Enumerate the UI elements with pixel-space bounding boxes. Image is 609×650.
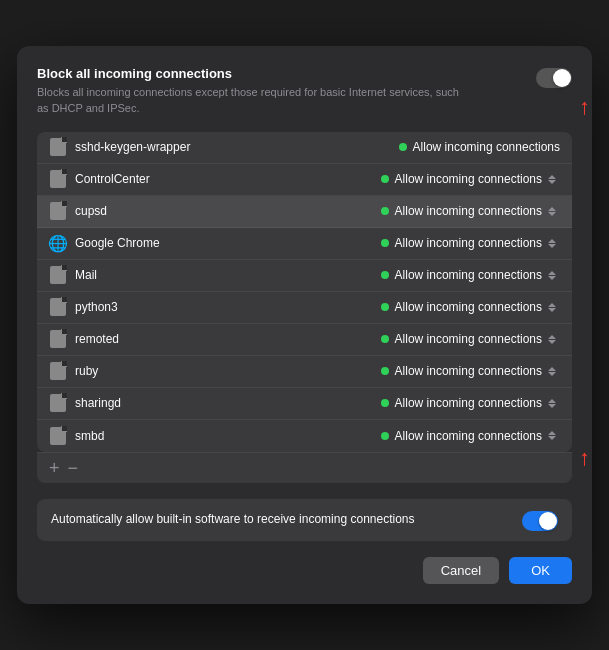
stepper-up-icon[interactable] — [548, 367, 556, 371]
add-app-button[interactable]: + — [49, 459, 60, 477]
app-icon — [49, 202, 67, 220]
allow-status-text: Allow incoming connections — [395, 268, 542, 282]
app-icon — [49, 266, 67, 284]
footer: Cancel OK — [37, 557, 572, 584]
auto-text: Automatically allow built-in software to… — [51, 511, 415, 528]
file-icon — [50, 394, 66, 412]
stepper-up-icon[interactable] — [548, 175, 556, 179]
allow-status-text: Allow incoming connections — [395, 236, 542, 250]
app-icon — [49, 394, 67, 412]
app-row[interactable]: cupsdAllow incoming connections — [37, 196, 572, 228]
allow-status-text: Allow incoming connections — [395, 204, 542, 218]
file-icon — [50, 362, 66, 380]
stepper-down-icon[interactable] — [548, 372, 556, 376]
remove-app-button[interactable]: − — [68, 459, 79, 477]
app-row[interactable]: remotedAllow incoming connections — [37, 324, 572, 356]
stepper-down-icon[interactable] — [548, 244, 556, 248]
file-icon — [50, 266, 66, 284]
app-name: Google Chrome — [75, 236, 160, 250]
file-icon — [50, 170, 66, 188]
app-row[interactable]: smbdAllow incoming connections — [37, 420, 572, 452]
block-text: Block all incoming connections Blocks al… — [37, 66, 467, 116]
app-icon — [49, 170, 67, 188]
app-name: sshd-keygen-wrapper — [75, 140, 190, 154]
stepper[interactable] — [548, 363, 560, 379]
allow-status-text: Allow incoming connections — [395, 396, 542, 410]
app-list: sshd-keygen-wrapperAllow incoming connec… — [37, 132, 572, 452]
stepper-up-icon[interactable] — [548, 399, 556, 403]
auto-section: Automatically allow built-in software to… — [37, 499, 572, 541]
stepper[interactable] — [548, 171, 560, 187]
app-icon — [49, 298, 67, 316]
app-icon — [49, 138, 67, 156]
status-dot — [381, 239, 389, 247]
status-dot — [381, 175, 389, 183]
auto-toggle[interactable] — [522, 511, 558, 531]
status-dot — [381, 303, 389, 311]
stepper-down-icon[interactable] — [548, 180, 556, 184]
file-icon — [50, 138, 66, 156]
arrow-down-icon: ↑ — [579, 445, 590, 471]
block-toggle[interactable] — [536, 68, 572, 88]
stepper-down-icon[interactable] — [548, 436, 556, 440]
ok-button[interactable]: OK — [509, 557, 572, 584]
stepper[interactable] — [548, 299, 560, 315]
app-row[interactable]: sharingdAllow incoming connections — [37, 388, 572, 420]
app-name: cupsd — [75, 204, 107, 218]
stepper-down-icon[interactable] — [548, 276, 556, 280]
app-name: smbd — [75, 429, 104, 443]
status-dot — [381, 432, 389, 440]
stepper-down-icon[interactable] — [548, 404, 556, 408]
stepper[interactable] — [548, 235, 560, 251]
stepper[interactable] — [548, 331, 560, 347]
stepper[interactable] — [548, 267, 560, 283]
app-icon — [49, 362, 67, 380]
cancel-button[interactable]: Cancel — [423, 557, 499, 584]
allow-status-text: Allow incoming connections — [395, 429, 542, 443]
app-row[interactable]: MailAllow incoming connections — [37, 260, 572, 292]
allow-status-text: Allow incoming connections — [395, 332, 542, 346]
app-row[interactable]: ControlCenterAllow incoming connections — [37, 164, 572, 196]
stepper[interactable] — [548, 203, 560, 219]
stepper-up-icon[interactable] — [548, 271, 556, 275]
file-icon — [50, 330, 66, 348]
app-name: ruby — [75, 364, 98, 378]
app-name: Mail — [75, 268, 97, 282]
stepper[interactable] — [548, 395, 560, 411]
stepper-down-icon[interactable] — [548, 308, 556, 312]
allow-status-text: Allow incoming connections — [395, 364, 542, 378]
status-dot — [381, 367, 389, 375]
stepper[interactable] — [548, 428, 560, 444]
app-name: ControlCenter — [75, 172, 150, 186]
status-dot — [381, 399, 389, 407]
plus-minus-bar: + − — [37, 452, 572, 483]
app-row[interactable]: python3Allow incoming connections — [37, 292, 572, 324]
stepper-down-icon[interactable] — [548, 340, 556, 344]
allow-status-text: Allow incoming connections — [395, 300, 542, 314]
allow-status-text: Allow incoming connections — [413, 140, 560, 154]
block-section: Block all incoming connections Blocks al… — [37, 66, 572, 116]
stepper-up-icon[interactable] — [548, 239, 556, 243]
status-dot — [381, 335, 389, 343]
firewall-dialog: Block all incoming connections Blocks al… — [17, 46, 592, 604]
globe-icon: 🌐 — [48, 234, 68, 253]
allow-status-text: Allow incoming connections — [395, 172, 542, 186]
app-icon — [49, 427, 67, 445]
block-title: Block all incoming connections — [37, 66, 467, 81]
status-dot — [381, 207, 389, 215]
app-icon — [49, 330, 67, 348]
app-row[interactable]: rubyAllow incoming connections — [37, 356, 572, 388]
stepper-up-icon[interactable] — [548, 303, 556, 307]
stepper-up-icon[interactable] — [548, 431, 556, 435]
app-row[interactable]: sshd-keygen-wrapperAllow incoming connec… — [37, 132, 572, 164]
stepper-up-icon[interactable] — [548, 335, 556, 339]
app-row[interactable]: 🌐Google ChromeAllow incoming connections — [37, 228, 572, 260]
file-icon — [50, 298, 66, 316]
status-dot — [399, 143, 407, 151]
block-description: Blocks all incoming connections except t… — [37, 85, 467, 116]
arrow-up-icon: ↑ — [579, 94, 590, 120]
app-name: sharingd — [75, 396, 121, 410]
stepper-up-icon[interactable] — [548, 207, 556, 211]
app-name: remoted — [75, 332, 119, 346]
stepper-down-icon[interactable] — [548, 212, 556, 216]
